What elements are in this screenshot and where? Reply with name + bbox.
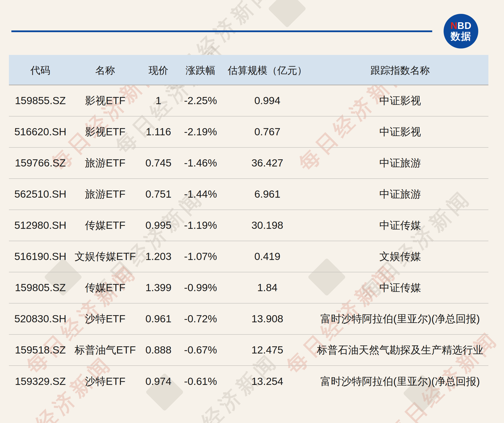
cell-change: -0.72% (178, 313, 223, 325)
column-header-index: 跟踪指数名称 (312, 64, 488, 77)
nbd-logo-subtitle: 数据 (451, 31, 471, 41)
cell-price: 0.961 (139, 313, 178, 325)
cell-code: 516620.SH (9, 126, 72, 138)
cell-name: 传媒ETF (72, 281, 139, 295)
cell-scale: 36.427 (223, 157, 312, 169)
table-row: 516620.SH影视ETF1.116-2.19%0.767中证影视 (9, 117, 488, 148)
cell-index: 中证影视 (312, 125, 488, 139)
top-divider-line (11, 30, 432, 32)
cell-name: 旅游ETF (72, 187, 139, 201)
cell-change: -2.25% (178, 95, 223, 107)
cell-change: -1.07% (178, 251, 223, 262)
table-row: 512980.SH传媒ETF0.995-1.19%30.198中证传媒 (9, 210, 488, 241)
cell-index: 中证传媒 (312, 218, 488, 232)
cell-price: 1.116 (139, 126, 178, 138)
cell-scale: 13.908 (223, 313, 312, 325)
etf-table: 代码 名称 现价 涨跌幅 估算规模（亿元） 跟踪指数名称 159855.SZ影视… (9, 55, 488, 397)
table-row: 159805.SZ传媒ETF1.399-0.99%1.84中证传媒 (9, 272, 488, 304)
table-row: 159766.SZ旅游ETF0.745-1.46%36.427中证旅游 (9, 148, 488, 179)
cell-change: -1.44% (178, 188, 223, 200)
cell-code: 520830.SH (9, 313, 72, 325)
cell-index: 富时沙特阿拉伯(里亚尔)(净总回报) (312, 375, 488, 388)
cell-name: 沙特ETF (72, 312, 139, 326)
table-row: 516190.SH文娱传媒ETF1.203-1.07%0.419文娱传媒 (9, 241, 488, 272)
cell-code: 512980.SH (9, 219, 72, 231)
cell-name: 沙特ETF (72, 375, 139, 388)
cell-index: 中证旅游 (312, 156, 488, 170)
cell-scale: 12.475 (223, 344, 312, 356)
cell-change: -2.19% (178, 126, 223, 138)
cell-change: -0.67% (178, 344, 223, 356)
table-row: 520830.SH沙特ETF0.961-0.72%13.908富时沙特阿拉伯(里… (9, 304, 488, 335)
cell-scale: 0.419 (223, 251, 312, 262)
cell-code: 159518.SZ (9, 344, 72, 356)
column-header-scale: 估算规模（亿元） (223, 64, 312, 77)
cell-scale: 0.767 (223, 126, 312, 138)
cell-name: 标普油气ETF (72, 343, 139, 357)
column-header-name: 名称 (72, 64, 139, 77)
column-header-price: 现价 (139, 64, 178, 77)
column-header-change: 涨跌幅 (178, 64, 223, 77)
watermark-diamond-icon (268, 0, 306, 28)
cell-price: 0.888 (139, 344, 178, 356)
cell-code: 562510.SH (9, 188, 72, 200)
cell-scale: 6.961 (223, 188, 312, 200)
table-row: 159855.SZ影视ETF1-2.25%0.994中证影视 (9, 85, 488, 117)
cell-scale: 13.254 (223, 376, 312, 387)
cell-change: -1.46% (178, 157, 223, 169)
cell-price: 0.745 (139, 157, 178, 169)
cell-price: 0.974 (139, 376, 178, 387)
cell-change: -1.19% (178, 219, 223, 231)
cell-scale: 30.198 (223, 219, 312, 231)
cell-code: 159855.SZ (9, 95, 72, 107)
cell-change: -0.99% (178, 282, 223, 294)
cell-index: 中证旅游 (312, 187, 488, 201)
table-body: 159855.SZ影视ETF1-2.25%0.994中证影视516620.SH影… (9, 85, 488, 397)
nbd-logo-letter-n: N (450, 21, 457, 31)
nbd-data-card: 每日经济新闻 每日经济新闻 每日经济新闻 每日经济新闻 每日经济新闻 每日经济新… (0, 0, 504, 423)
table-row: 562510.SH旅游ETF0.751-1.44%6.961中证旅游 (9, 179, 488, 210)
cell-price: 1.399 (139, 282, 178, 294)
cell-index: 富时沙特阿拉伯(里亚尔)(净总回报) (312, 312, 488, 326)
column-header-code: 代码 (9, 64, 72, 77)
cell-price: 1 (139, 95, 178, 107)
cell-index: 中证影视 (312, 94, 488, 108)
table-row: 159329.SZ沙特ETF0.974-0.61%13.254富时沙特阿拉伯(里… (9, 366, 488, 397)
cell-scale: 0.994 (223, 95, 312, 107)
cell-code: 159805.SZ (9, 282, 72, 294)
cell-name: 影视ETF (72, 125, 139, 139)
cell-index: 标普石油天然气勘探及生产精选行业 (312, 343, 488, 357)
cell-name: 文娱传媒ETF (72, 250, 139, 263)
table-header-row: 代码 名称 现价 涨跌幅 估算规模（亿元） 跟踪指数名称 (9, 55, 488, 85)
cell-code: 159329.SZ (9, 376, 72, 387)
nbd-logo-text: NBD (450, 21, 471, 31)
cell-name: 传媒ETF (72, 218, 139, 232)
nbd-logo-letters-bd: BD (457, 21, 472, 31)
table-row: 159518.SZ标普油气ETF0.888-0.67%12.475标普石油天然气… (9, 335, 488, 366)
cell-index: 中证传媒 (312, 281, 488, 295)
cell-scale: 1.84 (223, 282, 312, 294)
cell-name: 旅游ETF (72, 156, 139, 170)
cell-price: 0.751 (139, 188, 178, 200)
nbd-logo: NBD 数据 (444, 14, 478, 48)
cell-code: 516190.SH (9, 251, 72, 262)
cell-name: 影视ETF (72, 94, 139, 108)
cell-price: 1.203 (139, 251, 178, 262)
cell-price: 0.995 (139, 219, 178, 231)
cell-index: 文娱传媒 (312, 250, 488, 263)
cell-code: 159766.SZ (9, 157, 72, 169)
cell-change: -0.61% (178, 376, 223, 387)
